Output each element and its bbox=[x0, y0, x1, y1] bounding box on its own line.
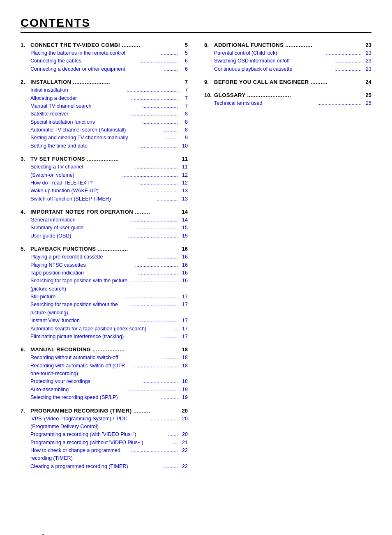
list-item[interactable]: Sorting and clearing TV channels manuall… bbox=[30, 134, 188, 142]
list-item[interactable]: Special installation functions .........… bbox=[30, 118, 188, 126]
list-item[interactable]: Parental control (Child lock) ..........… bbox=[214, 49, 371, 57]
list-item[interactable]: Continuous playback of a cassette ......… bbox=[214, 65, 371, 73]
list-item[interactable]: Automatic TV channel search (Autoinstall… bbox=[30, 126, 188, 134]
toc-item-page: 8 bbox=[178, 126, 188, 134]
list-item[interactable]: Switch-off function (SLEEP TIMER) ......… bbox=[30, 195, 188, 203]
section-header: 7.PROGRAMMED RECORDING (TIMER) .........… bbox=[21, 408, 188, 414]
section-number: 4. bbox=[21, 209, 28, 215]
list-item[interactable]: Auto-assembling ........................… bbox=[30, 386, 188, 394]
section-number: 3. bbox=[21, 156, 28, 162]
list-item[interactable]: Searching for tape position without the … bbox=[30, 301, 188, 317]
toc-item-page: 23 bbox=[362, 65, 371, 73]
toc-item-dots: ............................. bbox=[136, 224, 178, 232]
toc-item-label: Programming a recording (with 'VIDEO Plu… bbox=[30, 431, 168, 438]
list-item[interactable]: How to check or change a programmed reco… bbox=[30, 447, 188, 463]
toc-item-dots: ....................................... bbox=[122, 293, 178, 301]
list-item[interactable]: Placing the batteries in the remote cont… bbox=[30, 49, 188, 57]
toc-item-dots: .......... bbox=[164, 463, 178, 470]
list-item[interactable]: General information ....................… bbox=[30, 216, 188, 224]
toc-item-page: 20 bbox=[178, 431, 188, 438]
list-item[interactable]: Automatic search for a tape position (in… bbox=[30, 325, 188, 333]
toc-item-page: 6 bbox=[178, 65, 188, 73]
section-number: 5. bbox=[21, 246, 28, 252]
toc-item-page: 15 bbox=[178, 224, 188, 232]
list-item[interactable]: Connecting a decoder or other equipment … bbox=[30, 65, 188, 73]
section-items: Placing the batteries in the remote cont… bbox=[30, 49, 188, 73]
section-header: 4.IMPORTANT NOTES FOR OPERATION ........… bbox=[21, 209, 188, 215]
list-item[interactable]: 'Instant View' function ................… bbox=[30, 317, 188, 325]
toc-item-dots: ............. bbox=[159, 394, 178, 401]
section-page-number: 24 bbox=[362, 79, 371, 85]
toc-item-page: 7 bbox=[178, 86, 188, 94]
list-item[interactable]: Eliminating picture interference (tracki… bbox=[30, 333, 188, 341]
list-item[interactable]: Playing a pre-recorded cassette ........… bbox=[30, 253, 188, 261]
list-item[interactable]: Recording with automatic switch-off (OTR… bbox=[30, 362, 188, 378]
toc-item-label: General information bbox=[30, 216, 131, 224]
section-header: 5.PLAYBACK FUNCTIONS ..................1… bbox=[21, 246, 188, 252]
toc-item-dots: .... bbox=[172, 439, 178, 447]
toc-section: 5.PLAYBACK FUNCTIONS ..................1… bbox=[21, 246, 188, 341]
list-item[interactable]: Recording without automatic switch-off .… bbox=[30, 354, 188, 362]
list-item[interactable]: Playing NTSC cassettes .................… bbox=[30, 261, 188, 269]
toc-item-label: Parental control (Child lock) bbox=[214, 49, 326, 57]
list-item[interactable]: Tape position indication ...............… bbox=[30, 269, 188, 277]
list-item[interactable]: 'VPS' (Video Programming System) / 'PDC'… bbox=[30, 415, 188, 431]
list-item[interactable]: User guide (OSD) .......................… bbox=[30, 232, 188, 240]
toc-item-dots: ................................. bbox=[131, 277, 178, 285]
list-item[interactable]: Switching OSD information on/off .......… bbox=[214, 57, 371, 65]
toc-item-dots: ........... bbox=[162, 333, 178, 341]
toc-item-page: 10 bbox=[178, 142, 188, 150]
toc-item-dots: ............................ bbox=[138, 269, 178, 277]
section-page-number: 25 bbox=[362, 92, 371, 98]
list-item[interactable]: Wake up function (WAKE-UP) .............… bbox=[30, 187, 188, 195]
list-item[interactable]: Manual TV channel search ...............… bbox=[30, 102, 188, 110]
toc-item-page: 23 bbox=[362, 57, 371, 65]
list-item[interactable]: Protecting your recordings .............… bbox=[30, 378, 188, 385]
section-items: General information ....................… bbox=[30, 216, 188, 240]
toc-section: 3.TV SET FUNCTIONS ...................11… bbox=[21, 156, 188, 203]
toc-item-label: Connecting a decoder or other equipment bbox=[30, 65, 164, 73]
toc-section: 7.PROGRAMMED RECORDING (TIMER) .........… bbox=[21, 408, 188, 471]
list-item[interactable]: Selecting a TV channel .................… bbox=[30, 163, 188, 171]
list-item[interactable]: Summary of user guide ..................… bbox=[30, 224, 188, 232]
right-column: 8.ADDITIONAL FUNCTIONS ................2… bbox=[204, 42, 371, 113]
list-item[interactable]: Connecting the cables ..................… bbox=[30, 57, 188, 65]
list-item[interactable]: Searching for tape position with the pic… bbox=[30, 277, 188, 293]
toc-item-dots: .......... bbox=[164, 354, 178, 362]
list-item[interactable]: Setting the time and date ..............… bbox=[30, 142, 188, 150]
toc-item-page: 18 bbox=[178, 362, 188, 370]
section-title: CONNECT THE TV-VIDEO COMBI ........... bbox=[30, 42, 175, 48]
list-item[interactable]: Allocating a decoder ...................… bbox=[30, 95, 188, 102]
toc-item-dots: ............................. bbox=[136, 317, 178, 325]
toc-item-page: 15 bbox=[178, 232, 188, 240]
section-page-number: 5 bbox=[178, 42, 188, 48]
list-item[interactable]: Clearing a programmed recording (TIMER) … bbox=[30, 463, 188, 470]
list-item[interactable]: Still picture ..........................… bbox=[30, 293, 188, 301]
toc-item-page: 17 bbox=[178, 301, 188, 309]
list-item[interactable]: Technical terms used ...................… bbox=[214, 99, 371, 107]
toc-item-label: Automatic TV channel search (Autoinstall… bbox=[30, 126, 164, 134]
contents-grid: 1.CONNECT THE TV-VIDEO COMBI ...........… bbox=[21, 42, 371, 476]
section-number: 9. bbox=[204, 79, 212, 85]
toc-item-label: Automatic search for a tape position (in… bbox=[30, 325, 175, 333]
toc-item-label: Placing the batteries in the remote cont… bbox=[30, 49, 159, 57]
section-page-number: 18 bbox=[178, 346, 188, 353]
toc-section: 9.BEFORE YOU CALL AN ENGINEER ..........… bbox=[204, 79, 371, 86]
toc-item-page: 21 bbox=[178, 439, 188, 447]
list-item[interactable]: (Switch-on volume) .....................… bbox=[30, 171, 188, 179]
toc-item-dots: ........................... bbox=[139, 179, 178, 187]
toc-item-label: Switching OSD information on/off bbox=[214, 57, 334, 65]
toc-item-page: 20 bbox=[178, 415, 188, 423]
section-title: BEFORE YOU CALL AN ENGINEER .......... bbox=[214, 79, 359, 85]
toc-item-label: Selecting the recording speed (SP/LP) bbox=[30, 394, 159, 401]
section-number: 7. bbox=[21, 408, 28, 414]
toc-item-label: How to check or change a programmed reco… bbox=[30, 447, 131, 463]
list-item[interactable]: How do I read TELETEXT? ................… bbox=[30, 179, 188, 187]
toc-item-page: 17 bbox=[178, 293, 188, 301]
list-item[interactable]: Programming a recording (without 'VIDEO … bbox=[30, 439, 188, 447]
list-item[interactable]: Initial installation ...................… bbox=[30, 86, 188, 94]
list-item[interactable]: Programming a recording (with 'VIDEO Plu… bbox=[30, 431, 188, 438]
list-item[interactable]: Selecting the recording speed (SP/LP) ..… bbox=[30, 394, 188, 401]
list-item[interactable]: Satellite receiver .....................… bbox=[30, 110, 188, 118]
toc-item-label: Searching for tape position with the pic… bbox=[30, 277, 131, 293]
